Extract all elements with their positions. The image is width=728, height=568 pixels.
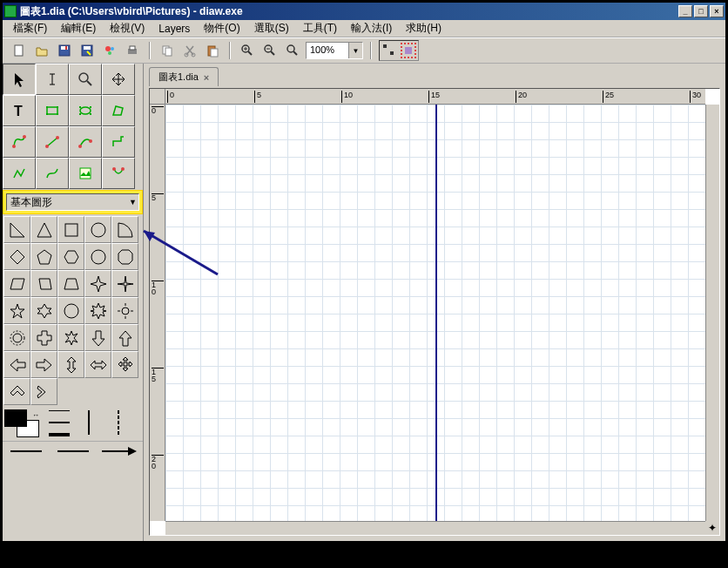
shape-square[interactable]	[57, 216, 84, 243]
separator	[370, 42, 372, 59]
copy-button[interactable]	[158, 41, 177, 60]
foreground-color[interactable]	[4, 409, 27, 427]
save-as-button[interactable]	[78, 41, 97, 60]
shape-pentagon[interactable]	[30, 243, 57, 270]
tool-rect[interactable]	[36, 95, 69, 126]
tool-pointer[interactable]	[3, 64, 36, 95]
fg-bg-swatch[interactable]: ↔	[4, 409, 43, 441]
tool-pan[interactable]	[102, 64, 135, 95]
save-button[interactable]	[55, 41, 74, 60]
tool-line[interactable]	[36, 126, 69, 158]
menu-select[interactable]: 選取(S)	[247, 19, 296, 37]
tool-polygon[interactable]	[102, 95, 135, 126]
swap-colors-icon[interactable]: ↔	[32, 411, 39, 419]
shape-heptagon[interactable]	[84, 243, 111, 270]
shape-trapezoid[interactable]	[57, 270, 84, 297]
shape-octagon[interactable]	[111, 243, 138, 270]
paste-button[interactable]	[203, 41, 222, 60]
tool-magnify[interactable]	[69, 64, 102, 95]
svg-rect-25	[47, 107, 57, 114]
ruler-vertical[interactable]: 0 5 10 15 20	[150, 105, 165, 521]
tool-polyline[interactable]	[3, 158, 36, 189]
tool-outline[interactable]	[102, 158, 135, 189]
shape-category-dropdown[interactable]: 基本圖形 ▼	[6, 193, 139, 211]
zoom-out-button[interactable]	[260, 41, 280, 60]
open-button[interactable]	[32, 41, 51, 60]
shape-star4-sharp[interactable]	[111, 270, 138, 297]
shape-hexagon[interactable]	[57, 243, 84, 270]
menu-objects[interactable]: 物件(O)	[197, 19, 246, 37]
tool-text-cursor[interactable]	[36, 64, 69, 95]
menu-layers[interactable]: Layers	[152, 21, 197, 37]
line-dash-preview[interactable]	[105, 409, 131, 438]
minimize-button[interactable]: _	[678, 5, 692, 17]
export-button[interactable]	[100, 41, 119, 60]
zoom-combo[interactable]: 100% ▼	[306, 42, 363, 59]
tool-arc[interactable]	[69, 126, 102, 158]
shape-gear[interactable]	[3, 324, 30, 351]
shape-sun[interactable]	[111, 297, 138, 324]
tab-document-1[interactable]: 圖表1.dia ×	[149, 67, 219, 86]
tool-text[interactable]: T	[3, 95, 36, 126]
menu-file[interactable]: 檔案(F)	[6, 19, 54, 37]
menu-input[interactable]: 輸入法(I)	[344, 19, 399, 37]
shape-triangle[interactable]	[30, 216, 57, 243]
end-arrow-style[interactable]	[98, 443, 141, 458]
shape-circle[interactable]	[84, 216, 111, 243]
canvas-grid[interactable]	[165, 105, 705, 521]
print-button[interactable]	[123, 41, 142, 60]
shape-chevron-up[interactable]	[3, 378, 30, 405]
shape-arrow-right[interactable]	[30, 351, 57, 378]
scrollbar-horizontal[interactable]	[165, 521, 705, 535]
snap-object-toggle[interactable]	[401, 43, 416, 58]
shape-star7[interactable]	[57, 297, 84, 324]
menu-tools[interactable]: 工具(T)	[296, 19, 344, 37]
shape-star6[interactable]	[30, 297, 57, 324]
scrollbar-vertical[interactable]	[705, 105, 719, 521]
zoom-value[interactable]: 100%	[307, 43, 348, 58]
tool-image[interactable]	[69, 158, 102, 189]
tool-ellipse[interactable]	[69, 95, 102, 126]
zoom-dropdown-arrow-icon[interactable]: ▼	[348, 43, 362, 58]
shape-arrow-down[interactable]	[84, 324, 111, 351]
start-arrow-style[interactable]	[4, 443, 48, 458]
zoom-fit-button[interactable]	[283, 41, 302, 60]
shape-chevron-right[interactable]	[30, 378, 57, 405]
close-button[interactable]: ×	[710, 5, 724, 17]
ruler-horizontal[interactable]: 0 5 10 15 20 25 30	[165, 89, 705, 105]
shape-arrow-updown[interactable]	[57, 351, 84, 378]
ruler-origin[interactable]	[150, 89, 165, 105]
tab-close-icon[interactable]: ×	[204, 72, 209, 83]
shape-arrow-leftright[interactable]	[84, 351, 111, 378]
shape-parallelogram[interactable]	[3, 270, 30, 297]
shape-rhombus[interactable]	[30, 270, 57, 297]
cut-button[interactable]	[180, 41, 199, 60]
document-tabs: 圖表1.dia ×	[144, 64, 725, 86]
shape-maltese-cross[interactable]	[57, 324, 84, 351]
tab-label: 圖表1.dia	[158, 71, 199, 84]
shape-star4[interactable]	[84, 270, 111, 297]
shape-diamond[interactable]	[3, 243, 30, 270]
line-middle-style[interactable]	[51, 443, 95, 458]
menu-edit[interactable]: 編輯(E)	[54, 19, 103, 37]
line-style-preview[interactable]	[76, 409, 102, 438]
tool-bezierline[interactable]	[36, 158, 69, 189]
line-width-preview[interactable]	[46, 409, 72, 438]
maximize-button[interactable]: □	[694, 5, 708, 17]
shape-arrow-quad[interactable]	[111, 351, 138, 378]
shape-right-triangle[interactable]	[3, 216, 30, 243]
shape-star8[interactable]	[84, 297, 111, 324]
shape-cross[interactable]	[30, 324, 57, 351]
shape-arrow-up[interactable]	[111, 324, 138, 351]
tool-bezier[interactable]	[3, 126, 36, 158]
tool-zigzag[interactable]	[102, 126, 135, 158]
shape-star5[interactable]	[3, 297, 30, 324]
nav-corner-button[interactable]: ✦	[705, 521, 719, 535]
zoom-in-button[interactable]	[238, 41, 257, 60]
shape-arrow-left[interactable]	[3, 351, 30, 378]
new-button[interactable]	[10, 41, 29, 60]
shape-quarter-circle[interactable]	[111, 216, 138, 243]
snap-grid-toggle[interactable]	[381, 43, 397, 58]
menu-help[interactable]: 求助(H)	[399, 19, 448, 37]
menu-view[interactable]: 檢視(V)	[103, 19, 152, 37]
